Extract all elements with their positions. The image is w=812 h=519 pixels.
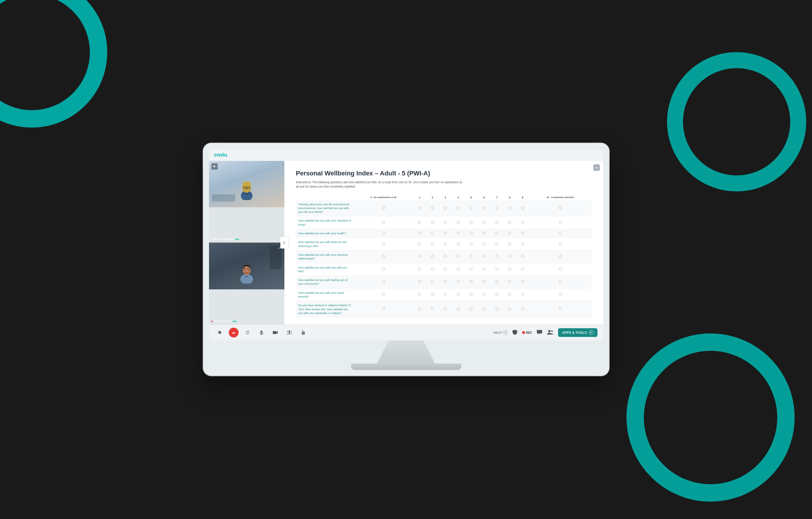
radio-4-6[interactable] [477,238,490,251]
radio-3-0[interactable] [354,229,413,238]
radio-5-4[interactable] [452,250,464,263]
radio-7-3[interactable] [439,276,452,288]
radio-8-8[interactable] [503,288,516,301]
lock-button[interactable] [298,328,308,338]
radio-8-9[interactable] [516,288,529,301]
settings-button[interactable] [215,328,225,338]
radio-6-9[interactable] [516,263,529,276]
radio-1-7[interactable] [491,200,503,216]
radio-3-7[interactable] [491,229,503,238]
volume-btn-1[interactable] [211,163,218,170]
radio-6-1[interactable] [413,263,426,276]
radio-8-0[interactable] [354,288,413,301]
radio-2-4[interactable] [452,216,464,229]
radio-4-3[interactable] [439,238,452,251]
radio-9-9[interactable] [516,301,529,317]
radio-1-9[interactable] [516,200,529,216]
radio-5-0[interactable] [354,250,413,263]
radio-5-2[interactable] [426,250,439,263]
radio-8-6[interactable] [477,288,490,301]
radio-3-4[interactable] [452,229,464,238]
radio-1-0[interactable] [354,200,413,216]
radio-1-4[interactable] [452,200,464,216]
radio-1-6[interactable] [477,200,490,216]
end-call-button[interactable] [229,328,239,338]
radio-6-10[interactable] [529,263,592,276]
screenshot-button[interactable] [284,328,294,338]
radio-4-2[interactable] [426,238,439,251]
radio-3-2[interactable] [426,229,439,238]
radio-7-10[interactable] [529,276,592,288]
radio-8-10[interactable] [529,288,592,301]
radio-6-2[interactable] [426,263,439,276]
shield-button[interactable] [512,329,518,336]
radio-3-1[interactable] [413,229,426,238]
radio-1-8[interactable] [503,200,516,216]
radio-7-6[interactable] [477,276,490,288]
radio-9-5[interactable] [465,301,477,317]
camera-button[interactable] [270,328,280,338]
radio-9-4[interactable] [452,301,464,317]
radio-7-1[interactable] [413,276,426,288]
rec-button[interactable]: REC [522,331,532,334]
radio-2-1[interactable] [413,216,426,229]
radio-3-6[interactable] [477,229,490,238]
radio-7-8[interactable] [503,276,516,288]
radio-8-7[interactable] [491,288,503,301]
radio-4-8[interactable] [503,238,516,251]
radio-4-4[interactable] [452,238,464,251]
radio-2-9[interactable] [516,216,529,229]
radio-2-6[interactable] [477,216,490,229]
chat-button[interactable] [536,330,542,336]
radio-4-1[interactable] [413,238,426,251]
radio-3-9[interactable] [516,229,529,238]
refresh-button[interactable] [243,328,253,338]
radio-7-0[interactable] [354,276,413,288]
close-button[interactable]: × [593,164,600,171]
radio-5-6[interactable] [477,250,490,263]
radio-5-3[interactable] [439,250,452,263]
radio-8-5[interactable] [465,288,477,301]
radio-5-7[interactable] [491,250,503,263]
radio-9-3[interactable] [439,301,452,317]
radio-3-5[interactable] [465,229,477,238]
radio-7-7[interactable] [491,276,503,288]
radio-6-3[interactable] [439,263,452,276]
radio-9-2[interactable] [426,301,439,317]
radio-6-4[interactable] [452,263,464,276]
radio-9-1[interactable] [413,301,426,317]
radio-1-3[interactable] [439,200,452,216]
radio-5-5[interactable] [465,250,477,263]
radio-1-1[interactable] [413,200,426,216]
radio-4-7[interactable] [491,238,503,251]
radio-9-0[interactable] [354,301,413,317]
radio-4-5[interactable] [465,238,477,251]
radio-4-10[interactable] [529,238,592,251]
radio-4-0[interactable] [354,238,413,251]
microphone-button[interactable] [257,328,266,338]
radio-3-3[interactable] [439,229,452,238]
radio-2-7[interactable] [491,216,503,229]
radio-5-8[interactable] [503,250,516,263]
radio-7-5[interactable] [465,276,477,288]
radio-2-10[interactable] [529,216,592,229]
radio-7-9[interactable] [516,276,529,288]
participants-button[interactable] [547,330,553,336]
radio-3-10[interactable] [529,229,592,238]
more-btn-1[interactable]: ⋯ [278,163,282,168]
radio-2-3[interactable] [439,216,452,229]
radio-9-7[interactable] [491,301,503,317]
radio-8-4[interactable] [452,288,464,301]
radio-6-7[interactable] [491,263,503,276]
radio-1-5[interactable] [465,200,477,216]
radio-5-10[interactable] [529,250,592,263]
radio-6-6[interactable] [477,263,490,276]
radio-5-9[interactable] [516,250,529,263]
radio-9-8[interactable] [503,301,516,317]
radio-8-1[interactable] [413,288,426,301]
radio-2-8[interactable] [503,216,516,229]
radio-3-8[interactable] [503,229,516,238]
radio-2-5[interactable] [465,216,477,229]
radio-7-2[interactable] [426,276,439,288]
radio-7-4[interactable] [452,276,464,288]
